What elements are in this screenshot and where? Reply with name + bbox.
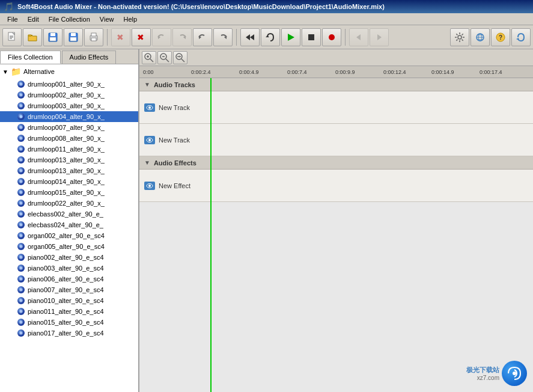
- file-item-label: drumloop011_alter_90_x_: [28, 145, 105, 153]
- file-item[interactable]: piano015_alter_90_e_sc4: [0, 317, 138, 328]
- zoom-out-button[interactable]: [157, 51, 172, 64]
- file-item[interactable]: drumloop015_alter_90_x_: [0, 187, 138, 198]
- file-item[interactable]: piano007_alter_90_e_sc4: [0, 284, 138, 295]
- file-item[interactable]: elecbass024_alter_90_e_: [0, 219, 138, 230]
- svg-point-58: [20, 202, 23, 205]
- menu-view[interactable]: View: [95, 14, 119, 24]
- timeline-content: ▼ Audio Tracks New Track New Tr: [139, 78, 533, 392]
- file-item-label: piano017_alter_90_e_sc4: [28, 329, 104, 337]
- file-item[interactable]: piano011_alter_90_e_sc4: [0, 306, 138, 317]
- svg-rect-5: [50, 33, 55, 36]
- audio-file-icon: [17, 177, 25, 186]
- file-item[interactable]: drumloop002_alter_90_x_: [0, 90, 138, 100]
- new-button[interactable]: [2, 28, 22, 46]
- save-button[interactable]: [43, 28, 62, 46]
- track-visibility-2[interactable]: [144, 136, 155, 144]
- audio-file-icon: [17, 296, 25, 305]
- file-item[interactable]: drumloop003_alter_90_x_: [0, 100, 138, 111]
- file-item[interactable]: piano010_alter_90_e_sc4: [0, 295, 138, 306]
- app-icon: 🎵: [4, 2, 14, 11]
- menu-edit[interactable]: Edit: [23, 14, 44, 24]
- tree-header[interactable]: ▼ 📁 Alternative: [0, 64, 138, 79]
- svg-point-98: [148, 139, 151, 141]
- save-as-button[interactable]: [64, 28, 83, 46]
- svg-marker-19: [246, 34, 250, 40]
- audio-file-icon: [17, 145, 25, 153]
- undo2-button[interactable]: [193, 28, 212, 46]
- track-label-2: New Track: [159, 136, 190, 144]
- file-item[interactable]: drumloop004_alter_90_x_: [0, 111, 138, 122]
- file-item[interactable]: drumloop001_alter_90_x_: [0, 79, 138, 90]
- file-item[interactable]: elecbass002_alter_90_e_: [0, 209, 138, 219]
- next-button[interactable]: [370, 28, 389, 46]
- file-item[interactable]: drumloop008_alter_90_x_: [0, 133, 138, 144]
- collapse-audio-tracks-icon[interactable]: ▼: [144, 81, 150, 88]
- ruler-mark: 0:00:4.9: [238, 69, 286, 75]
- track-visibility-1[interactable]: [144, 103, 155, 112]
- svg-text:✖: ✖: [137, 32, 144, 42]
- tab-audio-effects[interactable]: Audio Effects: [62, 51, 117, 64]
- file-item[interactable]: piano003_alter_90_e_sc4: [0, 263, 138, 274]
- redo-button[interactable]: [172, 28, 192, 46]
- menu-file[interactable]: File: [2, 14, 23, 24]
- file-item-label: piano002_alter_90_e_sc4: [28, 254, 104, 261]
- svg-point-100: [148, 185, 151, 187]
- svg-point-52: [20, 170, 23, 173]
- open-button[interactable]: [23, 28, 42, 46]
- track-row-1: New Track: [139, 91, 533, 124]
- file-item[interactable]: drumloop022_alter_90_x_: [0, 198, 138, 209]
- file-item[interactable]: piano002_alter_90_e_sc4: [0, 252, 138, 263]
- title-text: Soft4Boost Audio Mixer - Non-activated v…: [17, 3, 385, 10]
- record-button[interactable]: [322, 28, 341, 46]
- refresh-button[interactable]: [511, 28, 531, 46]
- svg-point-38: [20, 94, 23, 97]
- loop-button[interactable]: [261, 28, 280, 46]
- effect-visibility-1[interactable]: [144, 182, 155, 190]
- menu-file-collection[interactable]: File Collection: [44, 14, 95, 24]
- file-item[interactable]: organ005_alter_90_e_sc4: [0, 241, 138, 252]
- undo-button[interactable]: [152, 28, 171, 46]
- audio-effects-label: Audio Effects: [154, 159, 196, 167]
- effect-label-1: New Effect: [159, 182, 190, 189]
- file-item[interactable]: drumloop013_alter_90_x_: [0, 165, 138, 176]
- file-item[interactable]: piano006_alter_90_e_sc4: [0, 274, 138, 284]
- delete-button[interactable]: ✖: [132, 28, 151, 46]
- print-button[interactable]: [84, 28, 103, 46]
- audio-file-icon: [17, 221, 25, 229]
- zoom-in-button[interactable]: [142, 51, 156, 64]
- collapse-audio-effects-icon[interactable]: ▼: [144, 159, 150, 166]
- file-item-label: piano010_alter_90_e_sc4: [28, 297, 104, 304]
- svg-point-96: [148, 106, 151, 109]
- title-bar: 🎵 Soft4Boost Audio Mixer - Non-activated…: [0, 0, 533, 13]
- audio-file-icon: [17, 253, 25, 262]
- file-item[interactable]: drumloop013_alter_90_x_: [0, 155, 138, 165]
- stop-button[interactable]: [302, 28, 321, 46]
- track-row-2: New Track: [139, 124, 533, 156]
- rewind-button[interactable]: [240, 28, 260, 46]
- prev-button[interactable]: [349, 28, 368, 46]
- zoom-fit-button[interactable]: [173, 51, 187, 64]
- file-item-label: drumloop013_alter_90_x_: [28, 156, 105, 164]
- settings-button[interactable]: [450, 28, 469, 46]
- play-button[interactable]: [281, 28, 300, 46]
- tab-files-collection[interactable]: Files Collection: [0, 51, 61, 64]
- file-item[interactable]: drumloop007_alter_90_x_: [0, 122, 138, 133]
- audio-file-icon: [17, 102, 25, 110]
- svg-point-48: [20, 148, 23, 151]
- file-item[interactable]: organ002_alter_90_e_sc4: [0, 230, 138, 241]
- redo2-button[interactable]: [213, 28, 233, 46]
- audio-file-icon: [17, 242, 25, 251]
- network-button[interactable]: [471, 28, 490, 46]
- svg-marker-34: [516, 38, 519, 40]
- audio-file-icon: [17, 199, 25, 207]
- help-button[interactable]: ?: [491, 28, 510, 46]
- audio-file-icon: [17, 318, 25, 326]
- file-item[interactable]: drumloop014_alter_90_x_: [0, 176, 138, 187]
- file-item[interactable]: drumloop011_alter_90_x_: [0, 144, 138, 155]
- cut-button[interactable]: ✖: [111, 28, 130, 46]
- menu-help[interactable]: Help: [118, 14, 142, 24]
- svg-point-82: [20, 332, 23, 335]
- file-item[interactable]: piano017_alter_90_e_sc4: [0, 328, 138, 338]
- effect-label-area-1: New Effect: [144, 182, 190, 190]
- svg-point-66: [20, 245, 23, 248]
